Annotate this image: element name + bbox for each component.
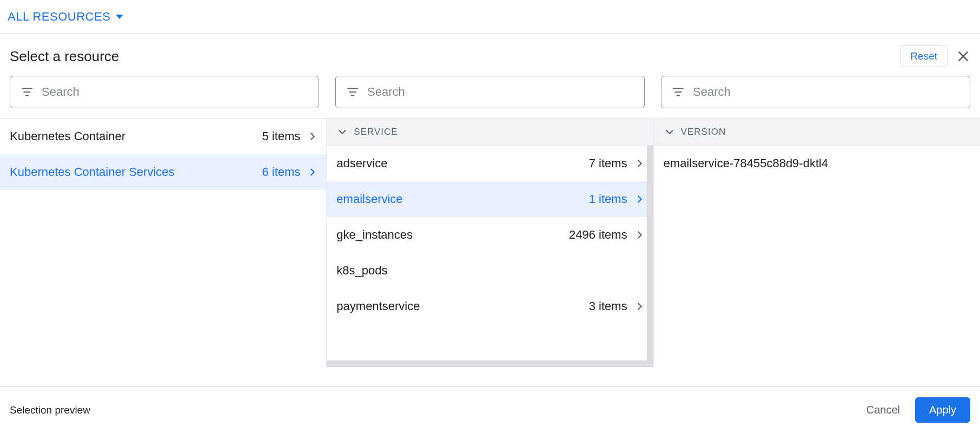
item-count: 7 items bbox=[589, 156, 627, 170]
item-label: emailservice-78455c88d9-dktl4 bbox=[664, 156, 829, 170]
item-count: 3 items bbox=[589, 299, 627, 313]
chevron-right-icon bbox=[634, 193, 646, 205]
reset-button[interactable]: Reset bbox=[900, 45, 948, 67]
chevron-down-icon bbox=[664, 126, 676, 138]
search-input-col3[interactable] bbox=[693, 85, 960, 99]
filter-icon bbox=[671, 85, 685, 99]
item-meta: 1 items bbox=[589, 192, 646, 206]
column-version: VERSION emailservice-78455c88d9-dktl4 bbox=[654, 119, 980, 367]
selection-preview-label: Selection preview bbox=[10, 404, 90, 416]
item-label: paymentservice bbox=[336, 299, 420, 313]
search-input-col1[interactable] bbox=[42, 85, 309, 99]
cancel-button[interactable]: Cancel bbox=[866, 404, 900, 416]
column-header-label: SERVICE bbox=[354, 127, 398, 137]
list-item[interactable]: emailservice1 items bbox=[327, 181, 653, 217]
apply-button[interactable]: Apply bbox=[915, 397, 970, 423]
horizontal-scrollbar[interactable] bbox=[327, 360, 653, 367]
resource-scope-label: ALL RESOURCES bbox=[8, 10, 110, 24]
item-label: Kubernetes Container Services bbox=[10, 165, 175, 179]
list-item[interactable]: Kubernetes Container5 items bbox=[0, 119, 326, 154]
filter-icon bbox=[346, 85, 360, 99]
item-label: k8s_pods bbox=[336, 264, 387, 278]
column-header-version[interactable]: VERSION bbox=[654, 119, 980, 146]
item-count: 6 items bbox=[262, 165, 300, 179]
resource-scope-dropdown[interactable]: ALL RESOURCES bbox=[8, 10, 123, 24]
list-item[interactable]: gke_instances2496 items bbox=[327, 217, 653, 253]
footer: Selection preview Cancel Apply bbox=[0, 386, 980, 433]
chevron-right-icon bbox=[634, 229, 646, 241]
list-col1: Kubernetes Container5 itemsKubernetes Co… bbox=[0, 119, 326, 367]
vertical-scrollbar[interactable] bbox=[647, 146, 653, 367]
list-item[interactable]: Kubernetes Container Services6 items bbox=[0, 154, 326, 190]
item-label: adservice bbox=[336, 156, 387, 170]
item-meta: 7 items bbox=[589, 156, 646, 170]
topbar: ALL RESOURCES bbox=[0, 0, 980, 34]
list-col3: emailservice-78455c88d9-dktl4 bbox=[654, 146, 980, 367]
item-meta: 3 items bbox=[589, 299, 646, 313]
footer-actions: Cancel Apply bbox=[866, 397, 970, 423]
chevron-down-icon bbox=[336, 126, 348, 138]
search-input-col2[interactable] bbox=[367, 85, 634, 99]
item-count: 1 items bbox=[589, 192, 627, 206]
chevron-right-icon bbox=[634, 300, 646, 312]
header-actions: Reset bbox=[900, 45, 970, 67]
item-meta: 2496 items bbox=[569, 228, 646, 242]
chevron-right-icon bbox=[307, 130, 319, 142]
column-header-service[interactable]: SERVICE bbox=[327, 119, 653, 146]
search-row bbox=[0, 76, 980, 118]
list-item[interactable]: adservice7 items bbox=[327, 146, 653, 181]
item-label: gke_instances bbox=[336, 228, 413, 242]
item-label: emailservice bbox=[336, 192, 402, 206]
column-resourcetype: Kubernetes Container5 itemsKubernetes Co… bbox=[0, 119, 327, 367]
item-label: Kubernetes Container bbox=[10, 129, 125, 143]
header: Select a resource Reset bbox=[0, 34, 980, 76]
columns: Kubernetes Container5 itemsKubernetes Co… bbox=[0, 118, 980, 367]
list-item[interactable]: emailservice-78455c88d9-dktl4 bbox=[654, 146, 980, 181]
item-meta: 5 items bbox=[262, 129, 319, 143]
page-title: Select a resource bbox=[10, 48, 119, 65]
item-count: 2496 items bbox=[569, 228, 627, 242]
item-meta: 6 items bbox=[262, 165, 319, 179]
list-item[interactable]: k8s_pods bbox=[327, 253, 653, 288]
search-col1[interactable] bbox=[10, 76, 319, 108]
filter-icon bbox=[20, 85, 34, 99]
chevron-right-icon bbox=[307, 166, 319, 178]
column-header-label: VERSION bbox=[681, 127, 726, 137]
list-col2: adservice7 itemsemailservice1 itemsgke_i… bbox=[327, 146, 653, 367]
item-count: 5 items bbox=[262, 129, 300, 143]
chevron-right-icon bbox=[634, 158, 646, 169]
list-item[interactable]: paymentservice3 items bbox=[327, 288, 653, 324]
close-icon[interactable] bbox=[956, 49, 970, 63]
caret-down-icon bbox=[116, 15, 123, 19]
column-service: SERVICE adservice7 itemsemailservice1 it… bbox=[327, 119, 653, 367]
search-col2[interactable] bbox=[335, 76, 645, 108]
search-col3[interactable] bbox=[661, 76, 970, 108]
